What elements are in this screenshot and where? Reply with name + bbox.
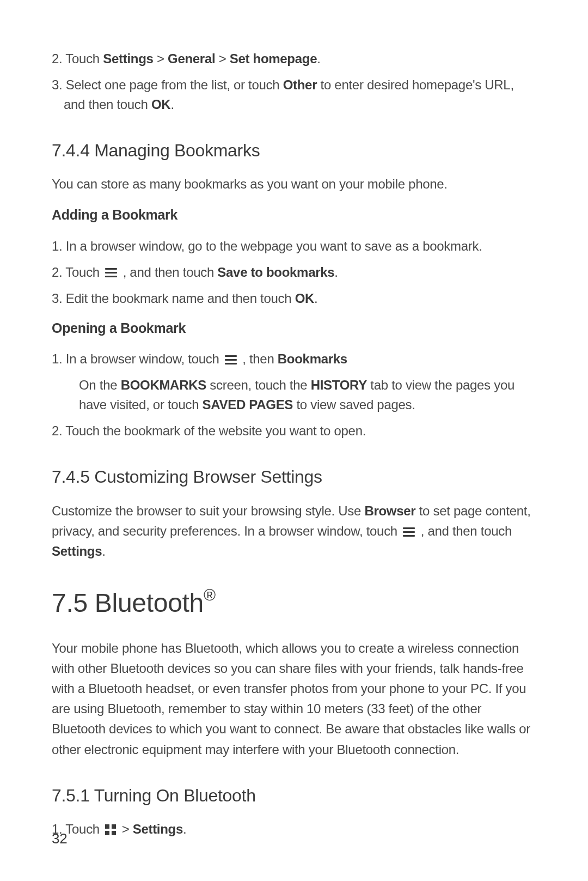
step-text: Select one page from the list, or touch bbox=[66, 77, 283, 92]
heading-text: 7.5 Bluetooth bbox=[52, 588, 204, 617]
menu-icon bbox=[403, 527, 415, 537]
step-text: . bbox=[170, 97, 174, 112]
step-text: , then bbox=[239, 351, 278, 366]
step-item: 1. In a browser window, touch , then Boo… bbox=[52, 349, 536, 369]
bold-text: Bookmarks bbox=[278, 351, 347, 366]
page-number: 32 bbox=[52, 828, 67, 849]
step-item: 3. Select one page from the list, or tou… bbox=[52, 75, 536, 114]
step-item: 1. In a browser window, go to the webpag… bbox=[52, 236, 536, 256]
svg-rect-1 bbox=[112, 824, 116, 829]
intro-text: You can store as many bookmarks as you w… bbox=[52, 174, 536, 194]
menu-icon bbox=[105, 268, 117, 278]
bold-text: Settings bbox=[103, 51, 153, 66]
bold-text: BOOKMARKS bbox=[121, 378, 206, 392]
body-text: Customize the browser to suit your brows… bbox=[52, 501, 536, 562]
bold-text: Save to bookmarks bbox=[217, 265, 334, 280]
apps-grid-icon bbox=[105, 824, 116, 835]
svg-rect-3 bbox=[112, 831, 116, 835]
step-item: 2. Touch , and then touch Save to bookma… bbox=[52, 263, 536, 282]
step-text: > bbox=[118, 822, 132, 836]
menu-icon bbox=[225, 355, 237, 365]
step-text: > bbox=[154, 51, 168, 66]
bold-text: Settings bbox=[52, 544, 102, 558]
step-text: , and then touch bbox=[119, 265, 217, 280]
bold-text: Other bbox=[283, 77, 317, 92]
heading-75: 7.5 Bluetooth® bbox=[52, 584, 536, 623]
heading-751: 7.5.1 Turning On Bluetooth bbox=[52, 782, 536, 809]
step-text: 3. Edit the bookmark name and then touch bbox=[52, 291, 295, 306]
subheading-opening: Opening a Bookmark bbox=[52, 318, 536, 339]
text: . bbox=[102, 544, 105, 558]
step-num: 2. bbox=[52, 51, 62, 66]
step-item: 1. Touch > Settings. bbox=[52, 819, 536, 839]
bold-text: SAVED PAGES bbox=[203, 397, 293, 412]
step-item: 2. Touch Settings > General > Set homepa… bbox=[52, 49, 536, 69]
registered-symbol: ® bbox=[204, 586, 216, 604]
body-text: Your mobile phone has Bluetooth, which a… bbox=[52, 638, 536, 760]
step-text: screen, touch the bbox=[206, 378, 311, 392]
step-text: On the bbox=[79, 378, 121, 392]
bold-text: HISTORY bbox=[311, 378, 367, 392]
bold-text: Browser bbox=[364, 503, 415, 518]
text: , and then touch bbox=[417, 524, 512, 538]
step-text: Touch bbox=[65, 51, 103, 66]
step-text: . bbox=[314, 291, 317, 306]
step-item: 3. Edit the bookmark name and then touch… bbox=[52, 289, 536, 308]
step-text: > bbox=[215, 51, 229, 66]
step-note: On the BOOKMARKS screen, touch the HISTO… bbox=[52, 375, 536, 415]
bold-text: Settings bbox=[133, 822, 183, 836]
heading-745: 7.4.5 Customizing Browser Settings bbox=[52, 464, 536, 490]
text: Customize the browser to suit your brows… bbox=[52, 503, 364, 518]
bold-text: OK bbox=[151, 97, 170, 112]
step-item: 2. Touch the bookmark of the website you… bbox=[52, 421, 536, 441]
step-text: 1. In a browser window, touch bbox=[52, 351, 223, 366]
bold-text: OK bbox=[295, 291, 314, 306]
svg-rect-2 bbox=[105, 831, 109, 835]
step-text: to view saved pages. bbox=[293, 397, 415, 412]
step-num: 3. bbox=[52, 77, 62, 92]
step-text: . bbox=[317, 51, 320, 66]
svg-rect-0 bbox=[105, 824, 109, 829]
step-text: . bbox=[334, 265, 338, 280]
step-text: . bbox=[183, 822, 186, 836]
bold-text: Set homepage bbox=[230, 51, 317, 66]
heading-744: 7.4.4 Managing Bookmarks bbox=[52, 137, 536, 163]
subheading-adding: Adding a Bookmark bbox=[52, 205, 536, 226]
step-text: 2. Touch bbox=[52, 265, 103, 280]
bold-text: General bbox=[168, 51, 215, 66]
